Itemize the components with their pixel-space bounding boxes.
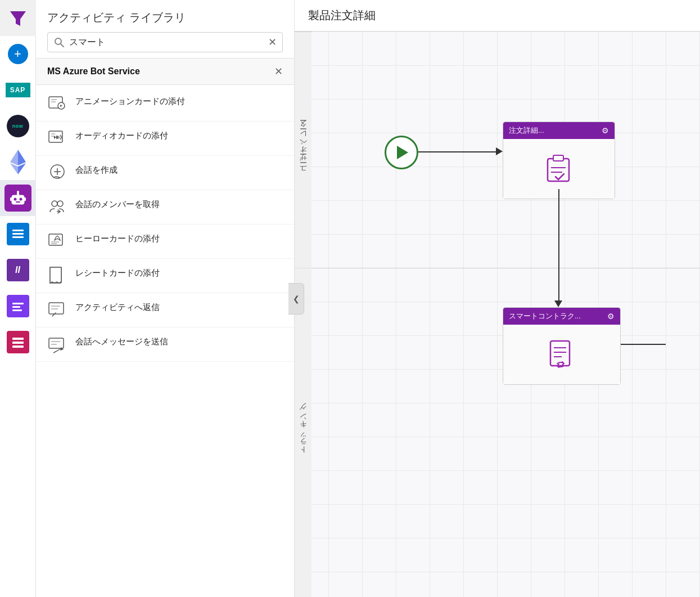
search-icon	[53, 37, 65, 48]
svg-rect-16	[12, 236, 24, 238]
sidebar-item-sap[interactable]: SAP	[0, 72, 36, 108]
sidebar-item-filter[interactable]	[0, 0, 36, 36]
sidebar-item-bar[interactable]	[0, 288, 36, 324]
svg-marker-2	[18, 150, 26, 165]
svg-point-11	[17, 191, 19, 193]
send-message-icon	[47, 334, 67, 354]
svg-marker-42	[55, 236, 60, 240]
sidebar-icons: + SAP now	[0, 0, 36, 597]
node2-body	[503, 325, 620, 384]
service-close-button[interactable]: ✕	[274, 65, 283, 78]
search-input[interactable]	[69, 37, 268, 47]
canvas-body[interactable]: ユーザーオペレーター トラッキング 注文詳細... ⚙	[295, 32, 700, 597]
svg-rect-20	[12, 338, 24, 340]
clipboard-check-icon	[539, 149, 579, 188]
now-logo: now	[7, 115, 29, 137]
add-button[interactable]: +	[8, 44, 28, 64]
list-item[interactable]: レシートカードの添付	[36, 259, 294, 293]
svg-rect-51	[49, 303, 64, 314]
sidebar-item-ethereum[interactable]	[0, 144, 36, 180]
node2-gear-icon[interactable]: ⚙	[607, 312, 615, 321]
canvas-grid	[295, 32, 700, 597]
list-item[interactable]: 会話へメッセージを送信	[36, 327, 294, 362]
activity-item-label: ヒーローカードの添付	[75, 231, 160, 244]
activity-item-label: オーディオカードの添付	[75, 128, 168, 141]
list-item[interactable]: 会話を作成	[36, 156, 294, 190]
ethereum-logo	[10, 151, 26, 173]
activity-node-1[interactable]: 注文詳細... ⚙	[503, 122, 615, 199]
arrowhead-to-node2	[554, 300, 562, 307]
start-node[interactable]	[385, 136, 418, 169]
activity-list: アニメーションカードの添付 オーディオカードの添付	[36, 85, 294, 597]
canvas-header: 製品注文詳細	[295, 0, 700, 32]
svg-marker-1	[10, 150, 18, 165]
svg-point-7	[13, 198, 16, 201]
audio-card-icon	[47, 128, 67, 149]
activity-node-2[interactable]: スマートコントラク... ⚙	[503, 307, 621, 385]
list-item[interactable]: 会話のメンバーを取得	[36, 190, 294, 225]
receipt-card-icon	[47, 266, 67, 286]
svg-rect-59	[553, 155, 563, 161]
sap-logo: SAP	[6, 83, 30, 97]
svg-rect-18	[12, 306, 20, 308]
canvas-title: 製品注文詳細	[308, 8, 687, 23]
svg-rect-9	[16, 201, 20, 203]
activity-item-label: 会話のメンバーを取得	[75, 197, 160, 210]
sidebar-item-pink[interactable]	[0, 324, 36, 360]
svg-rect-21	[12, 342, 24, 344]
panel-collapse-button[interactable]: ❮	[288, 283, 304, 315]
activity-item-label: 会話へメッセージを送信	[75, 334, 168, 347]
list-item[interactable]: アクティビティへ返信	[36, 293, 294, 327]
arrow-node1-to-node2	[558, 189, 559, 302]
robot-logo	[4, 185, 31, 212]
svg-rect-5	[12, 195, 24, 204]
node1-label: 注文詳細...	[509, 125, 544, 136]
arrow-node2-right	[621, 344, 666, 345]
arrow-start-to-node1	[418, 151, 497, 152]
activity-item-label: アクティビティへ返信	[75, 300, 160, 313]
activity-item-label: レシートカードの添付	[75, 266, 160, 279]
svg-rect-30	[56, 136, 58, 139]
animation-card-icon	[47, 94, 67, 114]
svg-rect-29	[49, 131, 62, 142]
arrowhead-to-node1	[496, 147, 503, 155]
svg-marker-31	[54, 136, 56, 139]
sidebar-item-now[interactable]: now	[0, 108, 36, 144]
sidebar-item-list[interactable]	[0, 216, 36, 252]
swimlane-divider	[311, 268, 700, 268]
sidebar-item-robot[interactable]	[0, 180, 36, 216]
node1-gear-icon[interactable]: ⚙	[602, 126, 609, 135]
svg-point-39	[57, 201, 63, 207]
svg-point-38	[52, 201, 57, 207]
swimlane-label-2: トラッキング	[295, 268, 311, 597]
list-item[interactable]: ヒーローカードの添付	[36, 225, 294, 259]
create-conversation-icon	[47, 163, 67, 183]
sidebar-item-add[interactable]: +	[0, 36, 36, 72]
reply-activity-icon	[47, 300, 67, 320]
search-row: ✕	[47, 32, 283, 52]
svg-line-24	[61, 44, 64, 47]
chevron-left-icon: ❮	[293, 294, 300, 303]
panel-title: アクティビティ ライブラリ	[47, 10, 283, 25]
node2-label: スマートコントラク...	[509, 311, 581, 321]
svg-rect-14	[12, 230, 24, 231]
svg-rect-15	[12, 233, 24, 235]
bar-logo	[7, 295, 29, 317]
svg-rect-17	[12, 303, 24, 304]
get-members-icon	[47, 197, 67, 217]
search-clear-button[interactable]: ✕	[268, 36, 277, 48]
node2-header: スマートコントラク... ⚙	[503, 308, 620, 325]
svg-rect-19	[12, 309, 22, 311]
list-item[interactable]: アニメーションカードの添付	[36, 87, 294, 122]
sidebar-item-roman[interactable]: II	[0, 252, 36, 288]
node1-header: 注文詳細... ⚙	[503, 122, 615, 139]
svg-marker-0	[10, 11, 26, 26]
service-header: MS Azure Bot Service ✕	[36, 59, 294, 85]
svg-rect-22	[12, 345, 24, 348]
list-item[interactable]: オーディオカードの添付	[36, 122, 294, 156]
contract-sync-icon	[542, 335, 581, 374]
swimlane-labels: ユーザーオペレーター トラッキング	[295, 32, 311, 597]
activity-item-label: アニメーションカードの添付	[75, 94, 185, 107]
svg-marker-50	[50, 267, 61, 283]
svg-rect-12	[10, 197, 12, 201]
